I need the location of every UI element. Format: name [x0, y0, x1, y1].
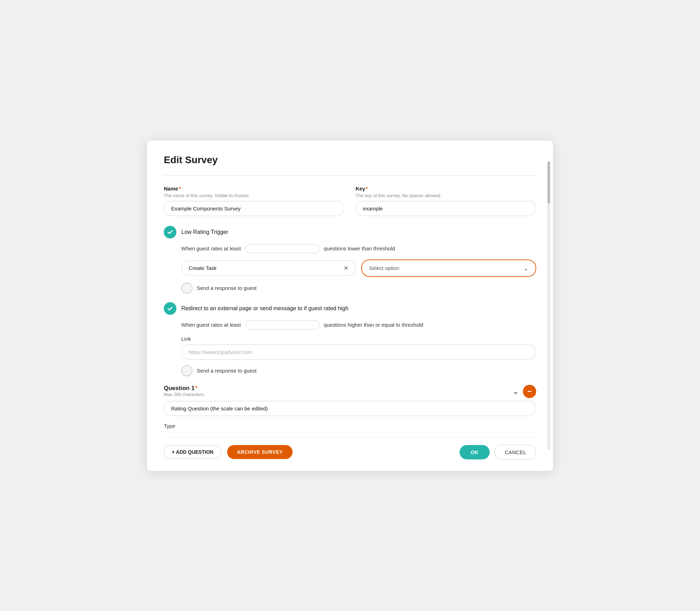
chevron-down-icon: ⌄ [523, 264, 528, 272]
high-rating-send-response-label: Send a response to guest [197, 368, 257, 374]
name-hint: The name of this survey. Visible to Gues… [164, 193, 344, 198]
question-1-title: Question 1* [164, 385, 205, 392]
key-hint: The key of this survey. No spaces allowe… [356, 193, 536, 198]
key-label: Key* [356, 186, 536, 192]
low-rating-when-row: When guest rates at least questions lowe… [181, 244, 536, 253]
high-rating-when-prefix: When guest rates at least [181, 322, 241, 328]
name-field-col: Name* The name of this survey. Visible t… [164, 186, 344, 216]
low-rating-send-response-row: Send a response to guest [181, 283, 536, 294]
key-required-star: * [366, 186, 368, 192]
select-option-label: Select option [369, 265, 399, 271]
question-1-input[interactable] [164, 401, 536, 416]
select-option-dropdown[interactable]: Select option ⌄ [361, 259, 536, 277]
high-rating-send-response-row: Send a response to guest [181, 365, 536, 376]
clear-create-task-icon[interactable]: ✕ [344, 265, 348, 271]
high-rating-section: Redirect to an external page or send mes… [164, 302, 536, 376]
footer-bar: + ADD QUESTION ARCHIVE SURVEY OK CANCEL [164, 437, 536, 460]
question-1-required-star: * [195, 385, 198, 391]
low-rating-toggle[interactable] [164, 226, 176, 238]
low-rating-indent: When guest rates at least questions lowe… [164, 244, 536, 294]
high-rating-number-input[interactable] [245, 320, 320, 329]
high-rating-toggle-row: Redirect to an external page or send mes… [164, 302, 536, 315]
name-input[interactable] [164, 201, 344, 216]
high-rating-send-response-radio[interactable] [181, 365, 192, 376]
question-1-controls: ⌄ − [512, 385, 536, 398]
add-question-button[interactable]: + ADD QUESTION [164, 445, 222, 459]
low-rating-section: Low Rating Trigger When guest rates at l… [164, 226, 536, 294]
low-rating-toggle-row: Low Rating Trigger [164, 226, 536, 238]
modal-edit-survey: Edit Survey Name* The name of this surve… [147, 140, 553, 471]
archive-survey-button[interactable]: ARCHIVE SURVEY [227, 445, 293, 459]
checkmark-icon [167, 229, 173, 235]
low-rating-number-input[interactable] [245, 244, 320, 253]
cancel-button[interactable]: CANCEL [495, 445, 536, 460]
key-field-col: Key* The key of this survey. No spaces a… [356, 186, 536, 216]
question-1-title-block: Question 1* Max 280 characters. [164, 385, 205, 397]
high-rating-when-row: When guest rates at least questions high… [181, 320, 536, 329]
name-key-row: Name* The name of this survey. Visible t… [164, 186, 536, 216]
page-title: Edit Survey [164, 154, 536, 166]
high-rating-when-suffix: questions higher than or equal to thresh… [324, 322, 423, 328]
name-label: Name* [164, 186, 344, 192]
low-rating-send-response-label: Send a response to guest [197, 285, 257, 291]
low-rating-when-prefix: When guest rates at least [181, 245, 241, 251]
footer-left: + ADD QUESTION ARCHIVE SURVEY [164, 445, 293, 459]
question-1-section: Question 1* Max 280 characters. ⌄ − Type [164, 385, 536, 429]
name-required-star: * [179, 186, 181, 192]
question-1-header: Question 1* Max 280 characters. ⌄ − [164, 385, 536, 398]
question-1-collapse-button[interactable]: ⌄ [512, 387, 519, 396]
divider [164, 175, 536, 176]
key-input[interactable] [356, 201, 536, 216]
question-1-type-label: Type [164, 423, 536, 429]
question-1-hint: Max 280 characters. [164, 392, 205, 397]
low-rating-send-response-radio[interactable] [181, 283, 192, 294]
high-rating-label: Redirect to an external page or send mes… [181, 305, 349, 312]
low-rating-action-row: Create Task ✕ Select option ⌄ [181, 259, 536, 277]
scrollbar-thumb[interactable] [547, 161, 550, 203]
link-label: Link [181, 336, 536, 342]
create-task-field: Create Task ✕ [181, 260, 356, 276]
scrollbar-track [547, 161, 550, 450]
ok-button[interactable]: OK [460, 445, 490, 459]
low-rating-when-suffix: questions lower than threshold [324, 245, 395, 251]
checkmark-icon-2 [167, 305, 173, 312]
high-rating-toggle[interactable] [164, 302, 176, 315]
high-rating-indent: When guest rates at least questions high… [164, 320, 536, 376]
footer-right: OK CANCEL [460, 445, 536, 460]
link-input[interactable] [181, 345, 536, 360]
low-rating-label: Low Rating Trigger [181, 229, 228, 235]
question-1-remove-button[interactable]: − [523, 385, 536, 398]
create-task-text: Create Task [189, 265, 217, 271]
